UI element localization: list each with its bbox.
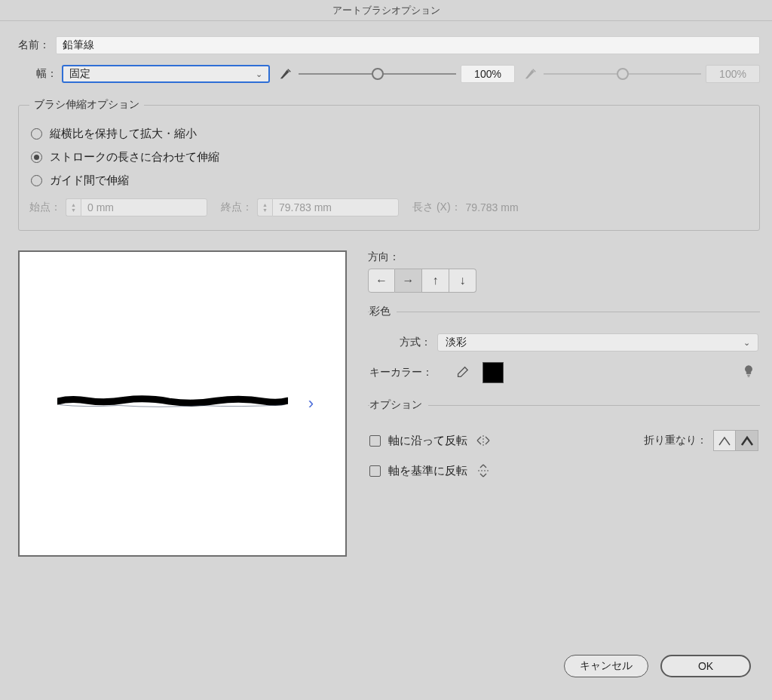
- name-label: 名前：: [18, 38, 50, 52]
- options-group: オプション 軸に沿って反転 折り重なり：: [368, 398, 760, 493]
- stretch-radio-stroke[interactable]: ストロークの長さに合わせて伸縮: [31, 150, 749, 164]
- flip-along-label: 軸に沿って反転: [388, 434, 467, 448]
- end-label: 終点：: [221, 201, 253, 214]
- keycolor-swatch[interactable]: [482, 362, 504, 383]
- chevron-down-icon: ⌄: [256, 69, 262, 79]
- options-legend: オプション: [369, 398, 428, 412]
- cancel-button[interactable]: キャンセル: [564, 655, 648, 677]
- length-value: 79.783 mm: [466, 201, 519, 213]
- end-value: 79.783 mm: [272, 198, 399, 216]
- stretch-radio-scale[interactable]: 縦横比を保持して拡大・縮小: [31, 127, 749, 141]
- pen-pressure-icon-2: [522, 66, 539, 82]
- stretch-legend: ブラシ伸縮オプション: [29, 98, 144, 112]
- stretch-opt2-label: ストロークの長さに合わせて伸縮: [50, 150, 219, 164]
- overlap-label: 折り重なり：: [644, 434, 707, 447]
- method-value: 淡彩: [446, 336, 467, 349]
- width-select-value: 固定: [69, 67, 90, 81]
- direction-arrow-icon: ›: [308, 394, 314, 413]
- flip-across-label: 軸を基準に反転: [388, 464, 467, 478]
- eyedropper-icon[interactable]: [454, 364, 470, 381]
- flip-along-icon: [473, 434, 493, 447]
- stretch-group: ブラシ伸縮オプション 縦横比を保持して拡大・縮小 ストロークの長さに合わせて伸縮…: [18, 98, 760, 231]
- direction-left-button[interactable]: ←: [368, 269, 395, 293]
- width-slider-1[interactable]: [299, 66, 456, 82]
- overlap-btn-1[interactable]: [713, 430, 736, 451]
- width-slider-2: [544, 66, 701, 82]
- tips-bulb-icon[interactable]: [742, 364, 758, 382]
- stretch-radio-guides[interactable]: ガイド間で伸縮: [31, 173, 749, 188]
- end-stepper: ▲▼ 79.783 mm: [257, 198, 399, 216]
- stretch-opt1-label: 縦横比を保持して拡大・縮小: [50, 127, 197, 141]
- width-percent-1[interactable]: 100%: [461, 65, 515, 83]
- overlap-btn-2[interactable]: [736, 430, 758, 451]
- colorization-group: 彩色 方式： 淡彩 ⌄ キーカラー：: [368, 305, 760, 386]
- direction-label: 方向：: [368, 250, 760, 264]
- ok-button[interactable]: OK: [660, 655, 751, 677]
- width-percent-2: 100%: [706, 65, 760, 83]
- length-label: 長さ (X)：: [412, 201, 461, 214]
- method-label: 方式：: [369, 336, 437, 349]
- flip-along-checkbox[interactable]: [369, 435, 381, 447]
- direction-up-button[interactable]: ↑: [422, 269, 449, 293]
- method-select[interactable]: 淡彩 ⌄: [437, 333, 758, 352]
- pen-pressure-icon: [277, 66, 294, 82]
- dialog-title: アートブラシオプション: [0, 0, 772, 21]
- name-input[interactable]: [56, 36, 760, 54]
- chevron-down-icon: ⌄: [743, 338, 750, 348]
- flip-across-checkbox[interactable]: [369, 465, 381, 477]
- colorization-legend: 彩色: [369, 305, 397, 318]
- direction-right-button[interactable]: →: [395, 269, 422, 293]
- brush-preview: ›: [18, 250, 347, 557]
- start-label: 始点：: [29, 201, 61, 214]
- stretch-opt3-label: ガイド間で伸縮: [50, 173, 129, 188]
- direction-down-button[interactable]: ↓: [449, 269, 476, 293]
- start-value: 0 mm: [81, 198, 207, 216]
- flip-across-icon: [473, 463, 493, 478]
- width-select[interactable]: 固定 ⌄: [62, 65, 270, 83]
- start-stepper: ▲▼ 0 mm: [66, 198, 207, 216]
- width-label: 幅：: [18, 67, 62, 81]
- keycolor-label: キーカラー：: [369, 366, 454, 379]
